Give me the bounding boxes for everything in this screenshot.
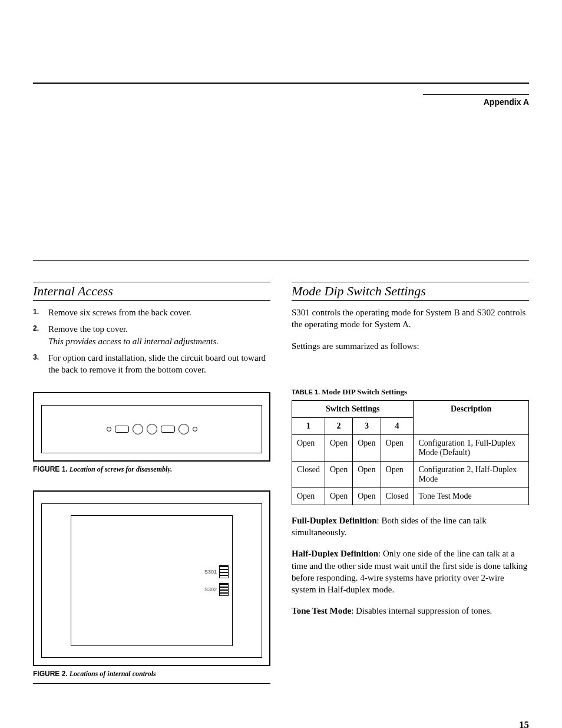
definition-lead: Half-Duplex Definition (292, 549, 378, 558)
figure-1-title: Location of screws for disassembly. (70, 465, 173, 473)
definition-full-duplex: Full-Duplex Definition: Both sides of th… (292, 515, 529, 539)
step-item: Remove six screws from the back cover. (33, 307, 270, 318)
appendix-label: Appendix A (423, 94, 529, 107)
figure-2-label: FIGURE 2. (33, 670, 68, 678)
table-col-2: 2 (325, 417, 352, 434)
definition-body: : Disables internal suppression of tones… (351, 606, 492, 615)
figure-1-illustration (41, 405, 262, 453)
intro-paragraph-1: S301 controls the operating mode for Sys… (292, 307, 529, 331)
step-note: This provides access to all internal adj… (48, 337, 219, 346)
dip-label-s302: S302 (204, 587, 217, 592)
table-header-description: Description (414, 400, 529, 434)
definition-lead: Tone Test Mode (292, 606, 351, 615)
table-cell: Open (381, 461, 414, 487)
table-cell: Open (325, 487, 352, 505)
table-cell: Open (353, 434, 381, 461)
mid-rule (33, 260, 529, 261)
definition-lead: Full-Duplex Definition (292, 516, 377, 525)
table-col-1: 1 (292, 417, 325, 434)
table-cell-desc: Configuration 2, Half-Duplex Mode (414, 461, 529, 487)
left-bottom-rule (33, 683, 270, 684)
table-cell: Open (353, 487, 381, 505)
definition-tone-test: Tone Test Mode: Disables internal suppre… (292, 605, 529, 617)
table-row: Open Open Open Closed Tone Test Mode (292, 487, 529, 505)
table-col-3: 3 (353, 417, 381, 434)
table-cell: Closed (292, 461, 325, 487)
dip-switch-icon (219, 583, 229, 596)
internal-access-steps: Remove six screws from the back cover. R… (33, 307, 270, 375)
table-1-label: TABLE 1. (292, 388, 320, 396)
figure-2-caption: FIGURE 2. Locations of internal controls (33, 670, 270, 678)
step-item: For option card installation, slide the … (33, 352, 270, 376)
section-title-mode-dip: Mode Dip Switch Settings (292, 282, 529, 301)
table-header-switch-settings: Switch Settings (292, 400, 414, 417)
table-cell: Closed (381, 487, 414, 505)
figure-2-title: Locations of internal controls (70, 670, 156, 678)
figure-1-label: FIGURE 1. (33, 465, 68, 473)
dip-switch-table: Switch Settings Description 1 2 3 4 Open… (292, 400, 529, 505)
page-number: 15 (33, 719, 529, 728)
figure-1-box (33, 392, 270, 462)
figure-2-illustration: S301 S302 (41, 503, 262, 658)
definition-half-duplex: Half-Duplex Definition: Only one side of… (292, 548, 529, 595)
table-row: Closed Open Open Open Configuration 2, H… (292, 461, 529, 487)
intro-paragraph-2: Settings are summarized as follows: (292, 340, 529, 352)
step-item: Remove the top cover. This provides acce… (33, 323, 270, 347)
table-1-title: Mode DIP Switch Settings (322, 387, 407, 396)
table-col-4: 4 (381, 417, 414, 434)
top-rule (33, 83, 529, 84)
step-text: Remove the top cover. (48, 324, 128, 334)
section-title-internal-access: Internal Access (33, 282, 270, 301)
dip-switch-icon (219, 565, 229, 578)
table-cell: Open (381, 434, 414, 461)
table-cell: Open (292, 487, 325, 505)
left-column: Internal Access Remove six screws from t… (33, 282, 270, 684)
figure-2-box: S301 S302 (33, 490, 270, 666)
table-cell: Open (325, 461, 352, 487)
table-cell: Open (353, 461, 381, 487)
table-cell: Open (292, 434, 325, 461)
step-text: Remove six screws from the back cover. (48, 308, 191, 317)
table-row: Open Open Open Open Configuration 1, Ful… (292, 434, 529, 461)
right-column: Mode Dip Switch Settings S301 controls t… (292, 282, 529, 684)
two-column-layout: Internal Access Remove six screws from t… (33, 282, 529, 684)
table-cell-desc: Tone Test Mode (414, 487, 529, 505)
table-1-caption: TABLE 1. Mode DIP Switch Settings (292, 387, 529, 397)
figure-1-caption: FIGURE 1. Location of screws for disasse… (33, 465, 270, 474)
step-text: For option card installation, slide the … (48, 353, 266, 374)
table-cell: Open (325, 434, 352, 461)
table-cell-desc: Configuration 1, Full-Duplex Mode (Defau… (414, 434, 529, 461)
dip-label-s301: S301 (204, 569, 217, 575)
